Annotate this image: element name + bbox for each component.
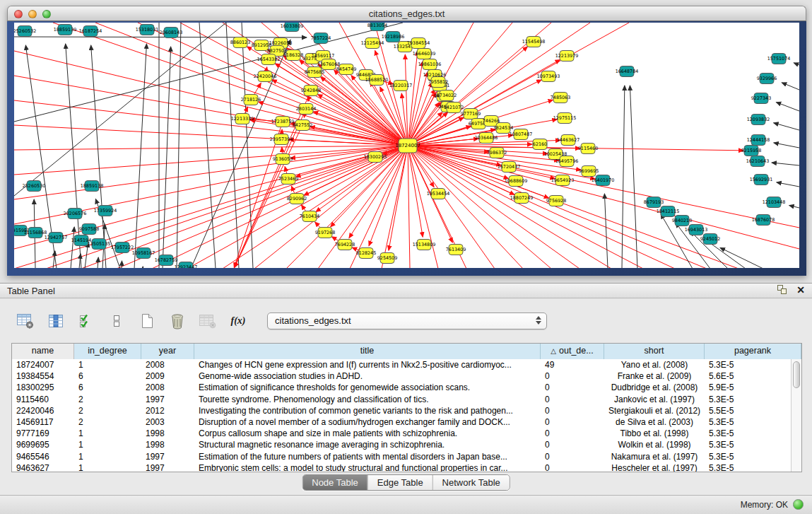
graph-node[interactable]: 8454749 bbox=[336, 64, 356, 75]
tab-node-table[interactable]: Node Table bbox=[302, 475, 367, 490]
table-mode-button[interactable] bbox=[16, 312, 35, 330]
table-row[interactable]: 977716911998Corpus callosum shape and si… bbox=[12, 428, 791, 439]
graph-node[interactable]: 16876078 bbox=[752, 215, 775, 226]
column-header-name[interactable]: name bbox=[12, 344, 74, 359]
graph-node[interactable]: 8475685 bbox=[305, 67, 324, 78]
graph-node[interactable]: 12093832 bbox=[747, 115, 770, 125]
graph-node[interactable]: 15134809 bbox=[413, 240, 436, 250]
tab-edge-table[interactable]: Edge Table bbox=[367, 475, 433, 490]
graph-node[interactable]: 9777169 bbox=[461, 109, 481, 119]
table-row[interactable]: 946362711997Embryonic stem cells: a mode… bbox=[12, 462, 791, 472]
table-row[interactable]: 2242004622012Investigating the contribut… bbox=[12, 405, 791, 416]
graph-node[interactable]: 25260530 bbox=[23, 181, 46, 192]
graph-node[interactable]: 7613409 bbox=[446, 245, 466, 255]
graph-node[interactable]: 15720437 bbox=[498, 162, 521, 173]
graph-node[interactable]: 15692931 bbox=[750, 175, 773, 185]
graph-node[interactable]: 9756928 bbox=[546, 196, 566, 206]
graph-node[interactable]: 16646039 bbox=[413, 49, 436, 59]
scrollbar-thumb[interactable] bbox=[793, 361, 800, 388]
graph-node[interactable]: 12923447 bbox=[175, 262, 198, 269]
graph-node[interactable]: 12444158 bbox=[747, 135, 770, 146]
graph-node[interactable]: 23957394 bbox=[270, 134, 293, 145]
graph-node[interactable]: 8128245 bbox=[356, 248, 376, 259]
graph-node[interactable]: 12213979 bbox=[555, 51, 579, 62]
delete-table-button[interactable] bbox=[198, 312, 218, 330]
table-selector[interactable]: citations_edges.txt bbox=[267, 313, 547, 329]
graph-node[interactable]: 18724007 bbox=[395, 139, 420, 153]
function-builder-button[interactable]: f(x) bbox=[228, 312, 248, 330]
column-header-in_degree[interactable]: in_degree bbox=[74, 344, 141, 359]
delete-column-button[interactable] bbox=[167, 312, 187, 330]
graph-node[interactable]: 9699695 bbox=[579, 166, 599, 177]
graph-node[interactable]: 20364486 bbox=[475, 133, 498, 144]
network-canvas[interactable]: 1872400788601238912958182260588827508165… bbox=[14, 23, 799, 268]
window-titlebar[interactable]: citations_edges.txt bbox=[7, 6, 806, 21]
graph-node[interactable]: 9840210 bbox=[672, 216, 692, 226]
graph-node[interactable]: 8813054 bbox=[367, 23, 387, 31]
table-row[interactable]: 1872400712008Changes of HCN gene express… bbox=[12, 359, 791, 370]
graph-node[interactable]: 11545498 bbox=[522, 37, 546, 47]
graph-node[interactable]: 9197268 bbox=[315, 228, 335, 238]
graph-node[interactable]: 8427552 bbox=[293, 120, 312, 131]
graph-node[interactable]: 2718126 bbox=[241, 95, 261, 105]
graph-node[interactable]: 16033809 bbox=[281, 23, 304, 32]
graph-node[interactable]: 17359924 bbox=[94, 206, 117, 216]
graph-node[interactable]: 9227343 bbox=[751, 93, 771, 104]
graph-node[interactable]: 8290962 bbox=[287, 194, 307, 204]
table-row[interactable]: 969969511998Structural magnetic resonanc… bbox=[12, 439, 791, 450]
graph-node[interactable]: 18412115 bbox=[657, 206, 680, 217]
graph-node[interactable]: 7610434 bbox=[300, 211, 319, 222]
select-columns-button[interactable] bbox=[76, 312, 96, 330]
row-height-button[interactable] bbox=[107, 312, 126, 330]
graph-node[interactable]: 7955812 bbox=[428, 77, 448, 88]
graph-node[interactable]: 9329966 bbox=[757, 74, 777, 84]
graph-node[interactable]: 9097588 bbox=[79, 224, 99, 235]
table-row[interactable]: 1456911722003Disruption of a novel membe… bbox=[12, 416, 791, 428]
graph-node[interactable]: 12942757 bbox=[45, 233, 68, 243]
graph-node[interactable]: 7485063 bbox=[551, 93, 570, 103]
graph-node[interactable]: 7986372 bbox=[487, 148, 507, 158]
citation-network-graph[interactable]: 1872400788601238912958182260588827508165… bbox=[14, 23, 799, 268]
column-header-out_de[interactable]: △out_de... bbox=[541, 344, 604, 359]
graph-node[interactable]: 6734022 bbox=[437, 90, 457, 101]
graph-node[interactable]: 9242848 bbox=[301, 86, 321, 96]
graph-node[interactable]: 12103448 bbox=[763, 197, 786, 208]
graph-node[interactable]: 19534454 bbox=[427, 189, 450, 199]
memory-status-indicator[interactable] bbox=[793, 499, 804, 510]
graph-node[interactable]: 17238759 bbox=[271, 117, 295, 127]
graph-node[interactable]: 12975115 bbox=[553, 113, 577, 124]
graph-node[interactable]: 62160 bbox=[533, 139, 547, 150]
column-header-short[interactable]: short bbox=[604, 344, 705, 359]
graph-node[interactable]: 7857224 bbox=[311, 33, 331, 44]
graph-node[interactable]: 7694228 bbox=[335, 240, 355, 250]
graph-node[interactable]: 8860123 bbox=[230, 37, 250, 48]
table-row[interactable]: 946554611997Estimation of the future num… bbox=[12, 451, 791, 462]
graph-node[interactable]: 16648784 bbox=[616, 66, 639, 77]
graph-node[interactable]: 14463627 bbox=[557, 135, 580, 146]
graph-node[interactable]: 16782759 bbox=[155, 255, 178, 266]
graph-node[interactable]: 9245012 bbox=[700, 234, 720, 245]
graph-node[interactable]: 16943013 bbox=[685, 225, 708, 235]
graph-node[interactable]: 10688609 bbox=[505, 176, 528, 187]
graph-node[interactable]: 8186328 bbox=[283, 50, 303, 61]
vertical-scrollbar[interactable] bbox=[791, 359, 801, 472]
column-header-year[interactable]: year bbox=[141, 344, 194, 359]
graph-node[interactable]: 9115460 bbox=[578, 144, 598, 154]
graph-node[interactable]: 12125494 bbox=[361, 38, 384, 49]
graph-node[interactable]: 9136053 bbox=[273, 154, 293, 165]
table-row[interactable]: 911546021997Tourette syndrome. Phenomeno… bbox=[12, 394, 791, 405]
graph-node[interactable]: 15318031 bbox=[136, 25, 159, 35]
show-columns-button[interactable] bbox=[46, 312, 66, 330]
column-header-title[interactable]: title bbox=[194, 344, 541, 359]
graph-node[interactable]: 19218986 bbox=[382, 32, 405, 42]
table-row[interactable]: 1830029562008Estimation of significance … bbox=[12, 382, 791, 393]
table-row[interactable]: 1938455462009Genome-wide association stu… bbox=[12, 370, 791, 382]
graph-node[interactable]: 25260532 bbox=[14, 26, 36, 37]
graph-node[interactable]: 2803144 bbox=[296, 104, 316, 115]
create-column-button[interactable] bbox=[137, 312, 157, 330]
graph-node[interactable]: 20608143 bbox=[160, 28, 183, 38]
graph-node[interactable]: 16187254 bbox=[79, 26, 102, 37]
tab-network-table[interactable]: Network Table bbox=[433, 475, 510, 490]
column-header-pagerank[interactable]: pagerank bbox=[705, 344, 801, 359]
graph-node[interactable]: 18859139 bbox=[54, 25, 77, 35]
